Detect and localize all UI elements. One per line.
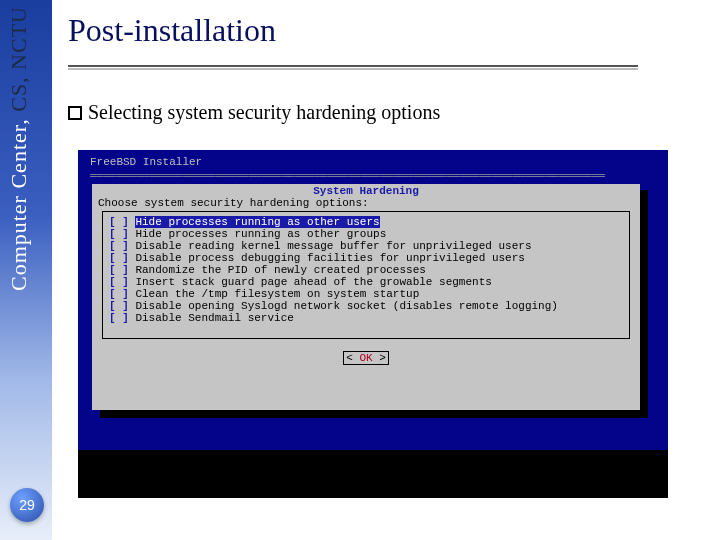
option-label: Hide processes running as other groups [135, 228, 386, 240]
page-title: Post-installation [68, 12, 708, 61]
option-random-pid[interactable]: [ ] Randomize the PID of newly created p… [109, 264, 623, 276]
option-label: Randomize the PID of newly created proce… [135, 264, 425, 276]
sidebar-org-dark: CS, NCTU [6, 6, 31, 112]
content-area: Post-installation Selecting system secur… [68, 12, 708, 124]
option-hide-proc-users[interactable]: [ ] Hide processes running as other user… [109, 216, 623, 228]
installer-screenshot: FreeBSD Installer ══════════════════════… [78, 150, 668, 450]
option-label: Clean the /tmp filesystem on system star… [135, 288, 419, 300]
sidebar-org-label: Computer Center, CS, NCTU [6, 6, 32, 291]
checkbox-icon: [ ] [109, 264, 129, 276]
installer-header: FreeBSD Installer [90, 156, 650, 170]
option-clean-tmp[interactable]: [ ] Clean the /tmp filesystem on system … [109, 288, 623, 300]
checkbox-icon: [ ] [109, 252, 129, 264]
checkbox-icon: [ ] [109, 216, 129, 228]
option-label: Hide processes running as other users [135, 216, 379, 228]
sidebar-strip: Computer Center, CS, NCTU [0, 0, 52, 540]
checkbox-icon: [ ] [109, 288, 129, 300]
ok-row: < OK > [98, 351, 634, 365]
option-label: Insert stack guard page ahead of the gro… [135, 276, 491, 288]
options-box: [ ] Hide processes running as other user… [102, 211, 630, 339]
ok-button[interactable]: < OK > [343, 351, 389, 365]
option-hide-proc-groups[interactable]: [ ] Hide processes running as other grou… [109, 228, 623, 240]
page-number-badge: 29 [10, 488, 44, 522]
option-disable-debug[interactable]: [ ] Disable process debugging facilities… [109, 252, 623, 264]
bottom-black-strip [78, 450, 668, 498]
chevron-right-icon: > [373, 352, 386, 364]
divider-line: ════════════════════════════════════════… [90, 170, 650, 184]
page-number: 29 [19, 497, 35, 513]
hardening-dialog: System Hardening Choose system security … [92, 184, 640, 410]
option-stack-guard[interactable]: [ ] Insert stack guard page ahead of the… [109, 276, 623, 288]
terminal-area: FreeBSD Installer ══════════════════════… [90, 156, 650, 184]
dialog-title: System Hardening [98, 185, 634, 197]
checkbox-icon: [ ] [109, 240, 129, 252]
dialog-prompt: Choose system security hardening options… [98, 197, 634, 209]
checkbox-icon: [ ] [109, 276, 129, 288]
sidebar-org-light: Computer Center, [6, 112, 31, 291]
chevron-left-icon: < [346, 352, 359, 364]
option-label: Disable opening Syslogd network socket (… [135, 300, 557, 312]
checkbox-icon: [ ] [109, 300, 129, 312]
option-label: Disable process debugging facilities for… [135, 252, 524, 264]
checkbox-icon: [ ] [109, 228, 129, 240]
option-disable-syslogd-net[interactable]: [ ] Disable opening Syslogd network sock… [109, 300, 623, 312]
option-label: Disable reading kernel message buffer fo… [135, 240, 531, 252]
title-underline [68, 65, 638, 67]
option-disable-sendmail[interactable]: [ ] Disable Sendmail service [109, 312, 623, 324]
subtitle-text: Selecting system security hardening opti… [88, 101, 440, 124]
bullet-square-icon [68, 106, 82, 120]
option-disable-dmesg[interactable]: [ ] Disable reading kernel message buffe… [109, 240, 623, 252]
subtitle-row: Selecting system security hardening opti… [68, 101, 708, 124]
checkbox-icon: [ ] [109, 312, 129, 324]
ok-label: OK [359, 352, 372, 364]
option-label: Disable Sendmail service [135, 312, 293, 324]
